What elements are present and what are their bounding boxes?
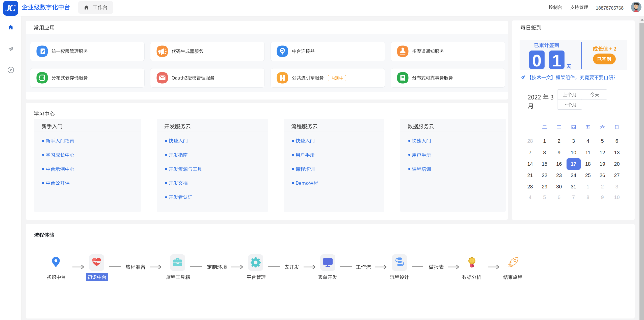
svg-text:1: 1 — [471, 259, 473, 263]
